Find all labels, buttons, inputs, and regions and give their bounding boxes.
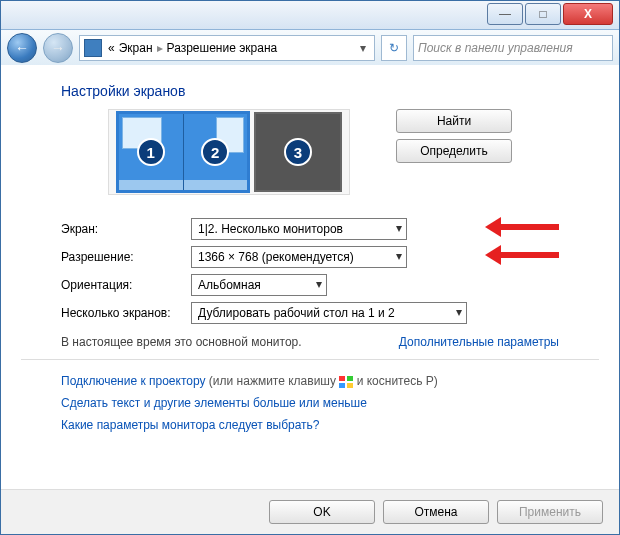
settings-rows: Экран: 1|2. Несколько мониторов Разрешен… [61, 215, 559, 327]
which-monitor-link[interactable]: Какие параметры монитора следует выбрать… [61, 418, 320, 432]
forward-button[interactable]: → [43, 33, 73, 63]
taskbar-icon [119, 180, 183, 190]
windows-key-icon [339, 376, 353, 388]
textsize-link[interactable]: Сделать текст и другие элементы больше и… [61, 396, 367, 410]
apply-button[interactable]: Применить [497, 500, 603, 524]
projector-line: Подключение к проектору (или нажмите кла… [61, 370, 559, 392]
window-buttons-group: — □ X [487, 3, 613, 25]
monitor-number: 2 [201, 138, 229, 166]
close-button[interactable]: X [563, 3, 613, 25]
display-canvas[interactable]: 1 2 3 [108, 109, 350, 195]
row-resolution: Разрешение: 1366 × 768 (рекомендуется) [61, 243, 559, 271]
monitor-pair[interactable]: 1 2 [116, 111, 250, 193]
label-multiple: Несколько экранов: [61, 306, 191, 320]
chevron-right-icon: ▸ [157, 41, 163, 55]
identify-button[interactable]: Определить [396, 139, 512, 163]
monitor-number: 3 [284, 138, 312, 166]
advanced-settings-link[interactable]: Дополнительные параметры [399, 335, 559, 349]
monitor-2[interactable]: 2 [183, 114, 248, 190]
search-input[interactable]: Поиск в панели управления [413, 35, 613, 61]
primary-monitor-text: В настоящее время это основной монитор. [61, 335, 302, 349]
dialog-footer: OK Отмена Применить [1, 489, 619, 534]
display-select[interactable]: 1|2. Несколько мониторов [191, 218, 407, 240]
breadcrumb-item[interactable]: Разрешение экрана [167, 41, 278, 55]
projector-hint-a: (или нажмите клавишу [209, 374, 336, 388]
divider [21, 359, 599, 360]
refresh-button[interactable]: ↻ [381, 35, 407, 61]
navbar: ← → « Экран ▸ Разрешение экрана ▾ ↻ Поис… [1, 30, 619, 67]
breadcrumb-root[interactable]: « [108, 41, 115, 55]
page-title: Настройки экранов [61, 83, 599, 99]
minimize-button[interactable]: — [487, 3, 523, 25]
cancel-button[interactable]: Отмена [383, 500, 489, 524]
red-arrow-icon [489, 245, 579, 263]
display-arrangement: 1 2 3 Найти Определить [21, 109, 599, 195]
orientation-select[interactable]: Альбомная [191, 274, 327, 296]
find-button[interactable]: Найти [396, 109, 512, 133]
content-area: Настройки экранов 1 2 3 [1, 65, 619, 534]
address-dropdown-icon[interactable]: ▾ [356, 41, 370, 55]
projector-link[interactable]: Подключение к проектору [61, 374, 206, 388]
label-orientation: Ориентация: [61, 278, 191, 292]
info-row: В настоящее время это основной монитор. … [61, 335, 559, 349]
taskbar-icon [184, 180, 248, 190]
address-bar[interactable]: « Экран ▸ Разрешение экрана ▾ [79, 35, 375, 61]
multiple-displays-select[interactable]: Дублировать рабочий стол на 1 и 2 [191, 302, 467, 324]
window: — □ X ← → « Экран ▸ Разрешение экрана ▾ … [0, 0, 620, 535]
row-multiple: Несколько экранов: Дублировать рабочий с… [61, 299, 559, 327]
row-display: Экран: 1|2. Несколько мониторов [61, 215, 559, 243]
resolution-select[interactable]: 1366 × 768 (рекомендуется) [191, 246, 407, 268]
monitor-1[interactable]: 1 [119, 114, 183, 190]
breadcrumb-item[interactable]: Экран [119, 41, 153, 55]
monitor-number: 1 [137, 138, 165, 166]
titlebar: — □ X [1, 1, 619, 30]
row-orientation: Ориентация: Альбомная [61, 271, 559, 299]
display-side-buttons: Найти Определить [396, 109, 512, 163]
ok-button[interactable]: OK [269, 500, 375, 524]
maximize-button[interactable]: □ [525, 3, 561, 25]
label-display: Экран: [61, 222, 191, 236]
projector-hint-b: и коснитесь P) [357, 374, 438, 388]
control-panel-icon [84, 39, 102, 57]
breadcrumb: « Экран ▸ Разрешение экрана [108, 41, 277, 55]
back-button[interactable]: ← [7, 33, 37, 63]
monitor-3[interactable]: 3 [254, 112, 342, 192]
link-block: Подключение к проектору (или нажмите кла… [61, 370, 559, 436]
red-arrow-icon [489, 217, 579, 235]
label-resolution: Разрешение: [61, 250, 191, 264]
search-placeholder: Поиск в панели управления [418, 41, 573, 55]
